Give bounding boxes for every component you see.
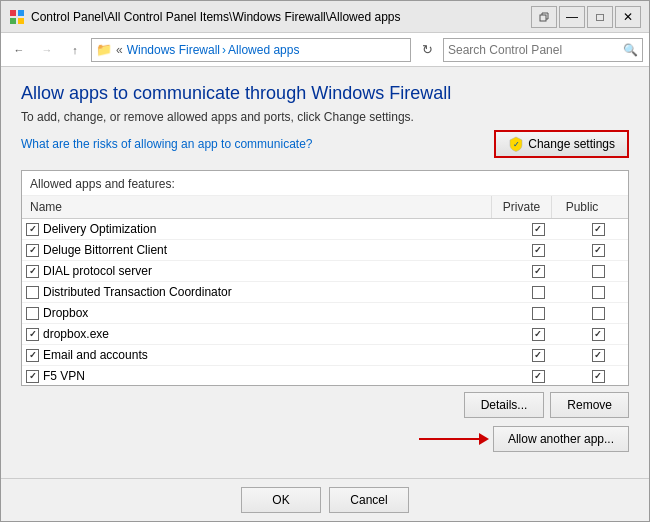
arrow-annotation [419,433,489,445]
app-private-checkbox[interactable] [508,326,568,343]
table-row[interactable]: Deluge Bittorrent Client [22,240,628,261]
main-window: Control Panel\All Control Panel Items\Wi… [0,0,650,522]
app-private-checkbox[interactable] [508,263,568,280]
app-public-checkbox[interactable] [568,221,628,238]
app-public-checkbox[interactable] [568,284,628,301]
page-title: Allow apps to communicate through Window… [21,83,629,104]
app-row-name: F5 VPN [43,369,85,383]
breadcrumb-windows-firewall[interactable]: Windows Firewall [127,43,220,57]
apps-section-header: Allowed apps and features: [22,171,628,196]
minimize-button[interactable]: — [559,6,585,28]
app-public-checkbox[interactable] [568,368,628,385]
allow-another-button[interactable]: Allow another app... [493,426,629,452]
app-row-checkbox[interactable] [26,328,39,341]
search-input[interactable] [448,43,623,57]
app-name-cell: Dropbox [22,303,508,323]
close-button[interactable]: ✕ [615,6,641,28]
app-row-checkbox[interactable] [26,244,39,257]
maximize-button[interactable]: □ [587,6,613,28]
table-row[interactable]: F5 VPN [22,366,628,385]
app-name-cell: dropbox.exe [22,324,508,344]
app-row-checkbox[interactable] [26,223,39,236]
svg-rect-3 [18,18,24,24]
app-row-checkbox[interactable] [26,370,39,383]
app-public-checkbox[interactable] [568,242,628,259]
app-row-checkbox[interactable] [26,349,39,362]
shield-icon: ✓ [508,136,524,152]
app-private-checkbox[interactable] [508,221,568,238]
search-icon: 🔍 [623,43,638,57]
arrow-line [419,438,479,440]
col-header-name: Name [22,196,492,218]
svg-rect-2 [10,18,16,24]
app-row-checkbox[interactable] [26,307,39,320]
change-settings-label: Change settings [528,137,615,151]
cancel-button[interactable]: Cancel [329,487,409,513]
restore-button[interactable] [531,6,557,28]
app-private-checkbox[interactable] [508,305,568,322]
ok-button[interactable]: OK [241,487,321,513]
details-button[interactable]: Details... [464,392,545,418]
apps-table: Name Private Public Delivery Optimizatio… [22,196,628,385]
title-bar-text: Control Panel\All Control Panel Items\Wi… [31,10,531,24]
app-row-name: Distributed Transaction Coordinator [43,285,232,299]
app-row-name: DIAL protocol server [43,264,152,278]
svg-rect-4 [540,15,546,21]
app-name-cell: F5 VPN [22,366,508,385]
app-row-name: Delivery Optimization [43,222,156,236]
up-button[interactable]: ↑ [63,38,87,62]
address-bar: ← → ↑ 📁 « Windows Firewall › Allowed app… [1,33,649,67]
app-name-cell: Email and accounts [22,345,508,365]
window-icon [9,9,25,25]
app-name-cell: DIAL protocol server [22,261,508,281]
svg-text:✓: ✓ [513,140,520,149]
title-bar: Control Panel\All Control Panel Items\Wi… [1,1,649,33]
window-controls: — □ ✕ [531,6,641,28]
forward-button[interactable]: → [35,38,59,62]
app-public-checkbox[interactable] [568,305,628,322]
search-box[interactable]: 🔍 [443,38,643,62]
change-settings-button[interactable]: ✓ Change settings [494,130,629,158]
svg-rect-0 [10,10,16,16]
bottom-action-buttons: Details... Remove [21,392,629,418]
back-button[interactable]: ← [7,38,31,62]
address-breadcrumb[interactable]: 📁 « Windows Firewall › Allowed apps [91,38,411,62]
app-private-checkbox[interactable] [508,347,568,364]
help-link[interactable]: What are the risks of allowing an app to… [21,137,312,151]
app-public-checkbox[interactable] [568,347,628,364]
table-body: Delivery OptimizationDeluge Bittorrent C… [22,219,628,385]
refresh-button[interactable]: ↻ [415,38,439,62]
table-row[interactable]: Delivery Optimization [22,219,628,240]
link-row: What are the risks of allowing an app to… [21,130,629,158]
app-row-name: Deluge Bittorrent Client [43,243,167,257]
app-name-cell: Delivery Optimization [22,219,508,239]
breadcrumb-arrow: › [222,43,226,57]
folder-icon: 📁 [96,42,112,57]
app-row-name: Email and accounts [43,348,148,362]
app-row-name: dropbox.exe [43,327,109,341]
main-content: Allow apps to communicate through Window… [1,67,649,468]
table-row[interactable]: DIAL protocol server [22,261,628,282]
table-row[interactable]: Email and accounts [22,345,628,366]
app-row-checkbox[interactable] [26,265,39,278]
breadcrumb-separator1: « [116,43,123,57]
app-row-checkbox[interactable] [26,286,39,299]
table-row[interactable]: Distributed Transaction Coordinator [22,282,628,303]
app-private-checkbox[interactable] [508,284,568,301]
table-row[interactable]: dropbox.exe [22,324,628,345]
app-public-checkbox[interactable] [568,326,628,343]
app-name-cell: Distributed Transaction Coordinator [22,282,508,302]
col-header-private: Private [492,196,552,218]
apps-container: Allowed apps and features: Name Private … [21,170,629,386]
app-public-checkbox[interactable] [568,263,628,280]
app-name-cell: Deluge Bittorrent Client [22,240,508,260]
allow-another-row: Allow another app... [21,426,629,452]
arrow-head [479,433,489,445]
remove-button[interactable]: Remove [550,392,629,418]
app-row-name: Dropbox [43,306,88,320]
table-row[interactable]: Dropbox [22,303,628,324]
app-private-checkbox[interactable] [508,242,568,259]
ok-cancel-row: OK Cancel [1,478,649,521]
breadcrumb-allowed-apps[interactable]: Allowed apps [228,43,299,57]
app-private-checkbox[interactable] [508,368,568,385]
